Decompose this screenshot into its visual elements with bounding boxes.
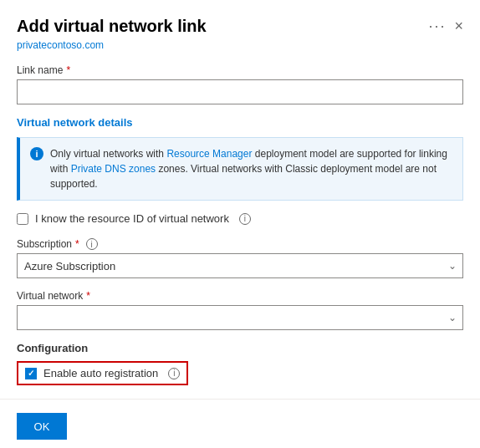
virtual-network-label: Virtual network *: [17, 290, 463, 302]
auto-registration-label: Enable auto registration: [43, 367, 158, 379]
dialog-header: Add virtual network link ··· ×: [0, 0, 480, 39]
dialog-title: Add virtual network link: [17, 17, 207, 36]
resource-id-row: I know the resource ID of virtual networ…: [17, 212, 463, 225]
link-name-input[interactable]: [17, 79, 463, 104]
more-options-icon[interactable]: ···: [428, 18, 446, 35]
info-box: i Only virtual networks with Resource Ma…: [17, 137, 463, 201]
virtual-network-select[interactable]: [17, 305, 463, 330]
subscription-required: *: [75, 238, 79, 250]
resource-id-info-icon[interactable]: i: [239, 213, 251, 225]
subscription-label: Subscription * i: [17, 238, 463, 250]
resource-manager-link[interactable]: Resource Manager: [166, 148, 252, 160]
resource-id-checkbox[interactable]: [17, 213, 28, 225]
divider: [0, 399, 480, 400]
auto-registration-checkbox[interactable]: ✓: [25, 368, 37, 379]
virtual-network-details-title: Virtual network details: [17, 116, 463, 129]
ok-button[interactable]: OK: [17, 413, 67, 440]
resource-id-label: I know the resource ID of virtual networ…: [35, 212, 229, 225]
virtual-network-required: *: [86, 290, 90, 302]
info-icon: i: [30, 147, 43, 160]
subscription-wrapper: Azure Subscription ⌄: [17, 253, 463, 278]
virtual-network-wrapper: ⌄: [17, 305, 463, 330]
checkmark-icon: ✓: [28, 369, 34, 378]
close-icon[interactable]: ×: [454, 18, 463, 35]
auto-registration-info-icon[interactable]: i: [168, 368, 180, 379]
dialog-subtitle: privatecontoso.com: [0, 39, 480, 64]
subscription-select[interactable]: Azure Subscription: [17, 253, 463, 278]
add-virtual-network-link-dialog: Add virtual network link ··· × privateco…: [0, 0, 480, 448]
header-actions: ··· ×: [428, 18, 463, 35]
configuration-title: Configuration: [17, 342, 463, 354]
auto-registration-row: ✓ Enable auto registration i: [17, 361, 188, 385]
configuration-section: Configuration ✓ Enable auto registration…: [17, 342, 463, 385]
dialog-body: Link name * Virtual network details i On…: [0, 64, 480, 448]
link-name-required: *: [66, 64, 70, 76]
subscription-info-icon[interactable]: i: [86, 238, 98, 250]
private-dns-link[interactable]: Private DNS zones: [71, 163, 156, 175]
info-text: Only virtual networks with Resource Mana…: [50, 146, 452, 191]
link-name-label: Link name *: [17, 64, 463, 76]
